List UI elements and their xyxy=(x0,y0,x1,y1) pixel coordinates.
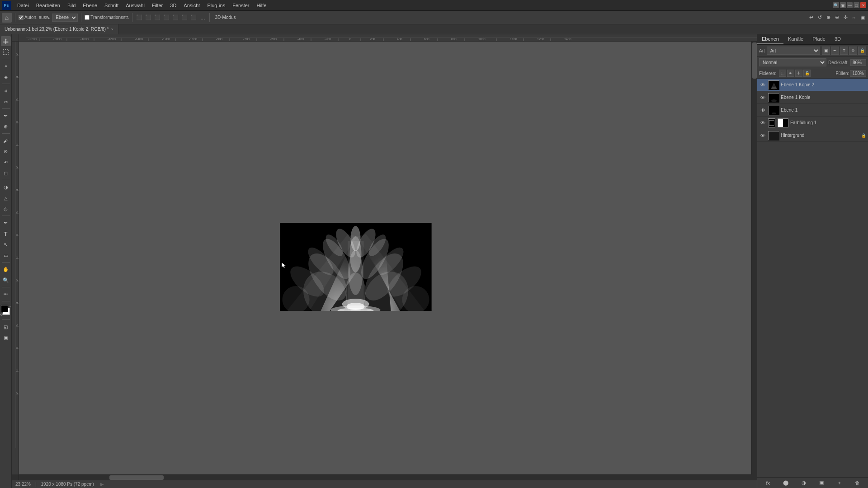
more-options-icon[interactable]: … xyxy=(199,14,206,21)
layer-kind-dropdown[interactable]: Ebene xyxy=(52,14,78,22)
arrange-windows-icon[interactable]: ▣ xyxy=(859,14,866,21)
menu-hilfe[interactable]: Hilfe xyxy=(253,2,270,9)
layers-icon-2[interactable]: ✒ xyxy=(831,47,839,55)
extra-tools-icon[interactable]: ↔ xyxy=(850,14,858,21)
layer-row-ebene1kopie[interactable]: 👁 Ebene 1 Kopie xyxy=(757,91,868,104)
fix-paint-icon[interactable]: ✒ xyxy=(787,70,794,77)
move-tool[interactable] xyxy=(1,36,11,46)
transform-controls-checkbox[interactable]: Transformationsstr. xyxy=(85,15,129,20)
layers-icon-3[interactable]: T xyxy=(840,47,848,55)
default-colors-icon[interactable]: ↺ xyxy=(0,313,3,317)
pan-icon[interactable]: ✛ xyxy=(842,14,849,21)
layer-row-ebene1kopie2[interactable]: 👁 Ebene 1 Kopie 2 xyxy=(757,79,868,91)
home-button[interactable]: ⌂ xyxy=(2,13,12,23)
layer-visibility-2[interactable]: 👁 xyxy=(759,94,766,101)
zoom-out-icon[interactable]: ⊖ xyxy=(833,14,840,21)
layer-visibility-3[interactable]: 👁 xyxy=(759,107,766,114)
zoom-tool[interactable]: 🔍 xyxy=(1,275,11,285)
transform-input[interactable] xyxy=(85,15,90,20)
layer-group-btn[interactable]: ▣ xyxy=(817,479,826,487)
layer-delete-btn[interactable]: 🗑 xyxy=(853,479,862,487)
align-center-h-icon[interactable]: ⬛ xyxy=(145,14,152,21)
history-brush-tool[interactable]: ↶ xyxy=(1,157,11,167)
dodge-tool[interactable]: ◎ xyxy=(1,204,11,214)
swap-colors-icon[interactable]: ↔ xyxy=(8,304,12,308)
menu-ansicht[interactable]: Ansicht xyxy=(180,2,203,9)
lasso-tool[interactable]: ⌖ xyxy=(1,61,11,71)
layer-visibility-5[interactable]: 👁 xyxy=(759,132,766,139)
rotate-cw-icon[interactable]: ↺ xyxy=(816,14,823,21)
layer-row-ebene1[interactable]: 👁 Ebene 1 xyxy=(757,104,868,117)
foreground-color-swatch[interactable] xyxy=(1,305,8,312)
align-top-icon[interactable]: ⬛ xyxy=(163,14,170,21)
align-bottom-icon[interactable]: ⬛ xyxy=(181,14,188,21)
layer-new-btn[interactable]: ＋ xyxy=(835,479,844,487)
layer-adjust-btn[interactable]: ◑ xyxy=(799,479,808,487)
distribute-icon[interactable]: ⬛ xyxy=(190,14,197,21)
rotate-ccw-icon[interactable]: ↩ xyxy=(807,14,815,21)
eyedropper-tool[interactable]: ✒ xyxy=(1,111,11,121)
menu-plugins[interactable]: Plug-ins xyxy=(203,2,229,9)
more-tools-btn[interactable]: ••• xyxy=(1,289,11,299)
menu-bearbeiten[interactable]: Bearbeiten xyxy=(33,2,64,9)
fix-transparent-icon[interactable]: ⬚ xyxy=(779,70,786,77)
fix-position-icon[interactable]: ✛ xyxy=(795,70,802,77)
layer-fx-btn[interactable]: fx xyxy=(764,479,773,487)
tab-pfade[interactable]: Pfade xyxy=(808,34,830,44)
layers-art-dropdown[interactable]: Art xyxy=(767,47,820,55)
pen-tool[interactable]: ✒ xyxy=(1,218,11,228)
layers-icon-1[interactable]: ▣ xyxy=(822,47,830,55)
layer-visibility-4[interactable]: 👁 xyxy=(759,119,766,127)
auto-select-input[interactable] xyxy=(19,15,24,20)
arrange-btn[interactable]: ▣ xyxy=(840,2,846,8)
stamp-tool[interactable]: ⊗ xyxy=(1,146,11,156)
menu-ebene[interactable]: Ebene xyxy=(79,2,101,9)
blur-tool[interactable]: △ xyxy=(1,193,11,203)
tab-ebenen[interactable]: Ebenen xyxy=(757,34,783,44)
fill-value[interactable]: 100% xyxy=(850,70,866,77)
align-middle-icon[interactable]: ⬛ xyxy=(172,14,179,21)
slice-tool[interactable]: ✂ xyxy=(1,97,11,107)
shape-tool[interactable]: ▭ xyxy=(1,250,11,260)
marquee-tool[interactable] xyxy=(1,47,11,57)
object-select-tool[interactable]: ◈ xyxy=(1,72,11,82)
layers-icon-4[interactable]: ⊕ xyxy=(849,47,857,55)
menu-bild[interactable]: Bild xyxy=(64,2,79,9)
scrollbar-thumb-v[interactable] xyxy=(752,42,757,79)
layer-mask-btn[interactable]: ⬤ xyxy=(781,479,790,487)
zoom-in-icon[interactable]: ⊕ xyxy=(825,14,832,21)
fix-all-icon[interactable]: 🔒 xyxy=(803,70,811,77)
menu-auswahl[interactable]: Auswahl xyxy=(122,2,148,9)
quick-mask-btn[interactable]: ◱ xyxy=(1,322,11,332)
align-left-icon[interactable]: ⬛ xyxy=(136,14,143,21)
search-btn[interactable]: 🔍 xyxy=(833,2,839,8)
screen-mode-btn[interactable]: ▣ xyxy=(1,333,11,343)
text-tool[interactable]: T xyxy=(1,229,11,239)
eraser-tool[interactable]: ◻ xyxy=(1,168,11,178)
tab-close-icon[interactable]: × xyxy=(111,27,113,32)
menu-fenster[interactable]: Fenster xyxy=(229,2,253,9)
menu-filter[interactable]: Filter xyxy=(148,2,166,9)
minimize-btn[interactable]: — xyxy=(847,2,853,8)
auto-select-checkbox[interactable]: Auton. ausw. xyxy=(19,15,50,20)
tab-kanaele[interactable]: Kanäle xyxy=(783,34,808,44)
menu-datei[interactable]: Datei xyxy=(14,2,33,9)
tab-3d[interactable]: 3D xyxy=(830,34,845,44)
layer-row-hintergrund[interactable]: 👁 Hintergrund 🔒 xyxy=(757,129,868,142)
layers-icon-5[interactable]: 🔒 xyxy=(858,47,866,55)
horizontal-scrollbar[interactable] xyxy=(19,474,751,480)
hand-tool[interactable]: ✋ xyxy=(1,264,11,274)
scrollbar-thumb-h[interactable] xyxy=(109,475,164,480)
path-select-tool[interactable]: ↖ xyxy=(1,239,11,249)
crop-tool[interactable]: ⌗ xyxy=(1,86,11,96)
vertical-scrollbar[interactable] xyxy=(751,42,757,474)
opacity-value[interactable]: 86% xyxy=(850,59,866,66)
close-btn[interactable]: ✕ xyxy=(860,2,866,8)
canvas-area[interactable] xyxy=(19,42,751,474)
menu-3d[interactable]: 3D xyxy=(166,2,180,9)
align-right-icon[interactable]: ⬛ xyxy=(154,14,161,21)
brush-tool[interactable]: 🖌 xyxy=(1,136,11,145)
layer-row-farbfuellung1[interactable]: 👁 Farbfüllung 1 xyxy=(757,117,868,129)
layer-visibility-1[interactable]: 👁 xyxy=(759,81,766,89)
maximize-btn[interactable]: □ xyxy=(854,2,859,8)
